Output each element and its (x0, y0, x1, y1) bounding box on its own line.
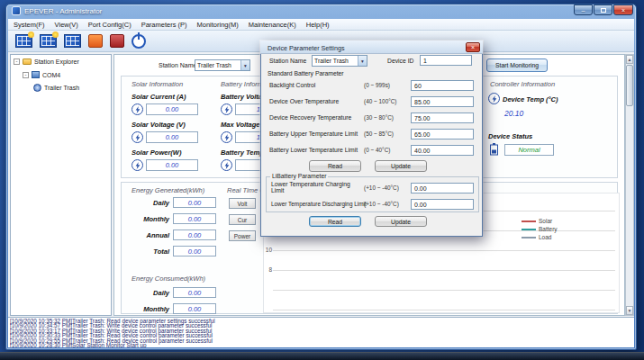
cons-monthly-label: Monthly (132, 305, 169, 313)
libattery-section-title: LiBattery Parameter (270, 173, 328, 179)
alarm-icon[interactable] (88, 34, 103, 48)
battery-lower-temp-input[interactable]: 40.00 (411, 145, 474, 156)
backlight-control-range: (0 ~ 999s) (364, 82, 390, 88)
load-line-swatch (522, 237, 536, 238)
window-title: EPEVER - Administrator (24, 7, 102, 15)
desktop: EPEVER - Administrator – × System(F) Vie… (0, 0, 644, 360)
libattery-update-button[interactable]: Update (375, 216, 427, 227)
solar-panel-icon[interactable] (40, 34, 57, 48)
backlight-control-input[interactable]: 60 (411, 80, 474, 91)
battery-upper-temp-input[interactable]: 65.00 (411, 129, 474, 140)
menu-bar: System(F) View(V) Port Config(C) Paramet… (8, 19, 634, 31)
chevron-down-icon[interactable]: ▾ (358, 56, 367, 66)
device-id-label: Device ID (387, 58, 413, 64)
expander-icon[interactable]: - (23, 72, 29, 78)
tree-item-label: Station Explorer (34, 58, 79, 65)
lower-temp-charging-range: (+10 ~ -40°C) (364, 184, 399, 191)
scroll-up-icon[interactable]: ▲ (626, 55, 633, 64)
menu-parameters[interactable]: Parameters (P) (141, 21, 187, 29)
event-log: [10/9/2020 10:35:32 PM]Trailer Trash: Re… (8, 317, 634, 347)
gen-daily-label: Daily (132, 199, 169, 207)
device-recovery-temp-label: Device Recovery Temperature (269, 114, 351, 121)
device-id-input[interactable]: 1 (420, 55, 472, 66)
menu-maintenance[interactable]: Maintenance(K) (249, 21, 296, 29)
start-monitoring-button[interactable]: Start Monitoring (486, 58, 548, 72)
solar-device-icon[interactable] (64, 34, 81, 48)
device-over-temp-label: Device Over Temperature (269, 98, 339, 104)
tree-item-com4[interactable]: - COM4 (23, 71, 60, 78)
solar-voltage-value: 0.00 (146, 131, 198, 143)
legend-battery: Battery (522, 226, 558, 232)
minimize-button[interactable]: – (574, 4, 593, 15)
energy-generated-title: Energy Generated(kWh) (132, 186, 204, 194)
device-temp-value: 20.10 (504, 109, 523, 118)
solar-voltage-icon (132, 131, 143, 143)
solar-power-value: 0.00 (146, 159, 198, 171)
tree-item-station-explorer[interactable]: - Station Explorer (14, 58, 79, 65)
battery-temp-icon (221, 159, 232, 171)
cur-button[interactable]: Cur (229, 214, 256, 225)
tree-item-label: COM4 (42, 72, 60, 78)
battery-temp-label: Battery Temp (221, 148, 264, 157)
legend-load: Load (522, 234, 551, 240)
libattery-read-button[interactable]: Read (309, 216, 361, 227)
battery-upper-temp-label: Battery Upper Temperature Limit (269, 130, 358, 137)
solar-voltage-label: Solar Voltage (V) (132, 121, 186, 129)
menu-help[interactable]: Help(H) (306, 21, 330, 29)
close-button[interactable]: × (613, 4, 633, 15)
solar-section-title: Solar Information (132, 80, 183, 88)
energy-consumed-title: Energy Consumed(kWh) (132, 274, 205, 283)
gen-monthly-label: Monthly (132, 215, 169, 223)
solar-power-icon (132, 159, 143, 171)
dialog-close-button[interactable]: × (466, 42, 480, 52)
folder-icon (23, 58, 32, 65)
chevron-down-icon[interactable]: ▾ (240, 60, 249, 70)
dialog-station-name-label: Station Name (269, 58, 306, 64)
standard-update-button[interactable]: Update (375, 160, 427, 172)
station-name-value: Trailer Trash (195, 62, 240, 68)
lower-temp-charging-input[interactable]: 0.00 (411, 183, 474, 194)
battery-voltage-icon (221, 104, 232, 115)
scroll-down-icon[interactable]: ▼ (626, 306, 633, 315)
station-name-select[interactable]: Trailer Trash ▾ (195, 59, 250, 71)
expander-icon[interactable]: - (14, 58, 20, 65)
station-icon (33, 84, 41, 92)
device-over-temp-range: (40 ~ 100°C) (364, 98, 396, 104)
menu-system[interactable]: System(F) (14, 21, 45, 29)
record-icon[interactable] (110, 34, 124, 48)
battery-status-icon (490, 143, 498, 159)
legend-label: Load (539, 234, 551, 240)
device-status-label: Device Status (488, 132, 532, 140)
station-explorer-tree: - Station Explorer - COM4 Trailer Trash (10, 54, 112, 316)
station-name-label: Station Name (159, 62, 196, 68)
lower-temp-discharging-input[interactable]: 0.00 (411, 199, 474, 210)
y-tick-10: 10 (264, 247, 272, 253)
y-tick-8: 8 (264, 266, 272, 273)
power-icon[interactable] (132, 34, 146, 49)
device-over-temp-input[interactable]: 85.00 (411, 96, 474, 107)
solar-station-icon[interactable] (15, 34, 32, 48)
solar-current-value: 0.00 (146, 104, 198, 115)
solar-current-icon (132, 104, 143, 115)
volt-button[interactable]: Volt (229, 198, 256, 209)
lower-temp-discharging-label: Lower Temperature Discharging Limit (271, 201, 367, 207)
menu-port-config[interactable]: Port Config(C) (88, 21, 132, 29)
power-button[interactable]: Power (229, 230, 256, 241)
battery-lower-temp-range: (0 ~ 40°C) (364, 147, 390, 153)
tree-item-trailer-trash[interactable]: Trailer Trash (33, 84, 79, 92)
vertical-scrollbar[interactable]: ▲ ▼ (625, 54, 634, 316)
menu-monitoring[interactable]: Monitoring(M) (197, 21, 239, 29)
solar-current-label: Solar Current (A) (132, 93, 186, 101)
lower-temp-charging-label: Lower Temperature Charging Limit (271, 181, 357, 194)
maximize-button[interactable] (594, 4, 612, 15)
standard-read-button[interactable]: Read (309, 160, 361, 172)
taskbar[interactable] (0, 352, 644, 360)
dialog-station-name-select[interactable]: Trailer Trash ▾ (312, 55, 367, 67)
device-recovery-temp-input[interactable]: 75.00 (411, 112, 474, 123)
menu-view[interactable]: View(V) (55, 21, 78, 29)
device-recovery-temp-range: (30 ~ 80°C) (364, 114, 394, 121)
scrollbar-thumb[interactable] (626, 65, 633, 106)
dialog-station-name-value: Trailer Trash (313, 58, 358, 64)
gen-monthly-value: 0.00 (173, 213, 216, 224)
backlight-control-label: Backlight Control (269, 82, 315, 88)
